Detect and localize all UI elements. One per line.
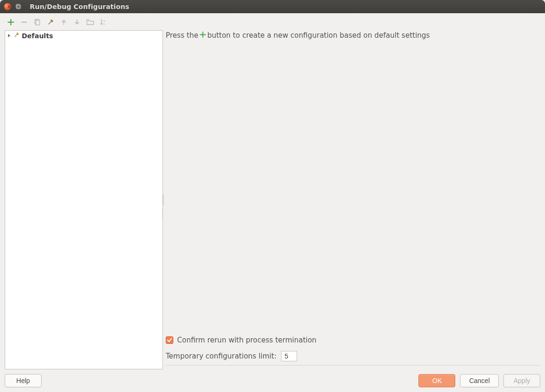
svg-rect-2: [36, 20, 40, 25]
hint-text-post: button to create a new configuration bas…: [207, 31, 430, 40]
dialog-footer: Help OK Cancel Apply: [5, 372, 540, 387]
apply-button[interactable]: Apply: [503, 374, 540, 387]
window-controls: [4, 3, 22, 10]
cancel-button[interactable]: Cancel: [460, 374, 499, 387]
hint-text-pre: Press the: [166, 31, 198, 40]
tree-item-label: Defaults: [22, 32, 53, 40]
add-icon: [200, 31, 206, 40]
tree-item-defaults[interactable]: Defaults: [5, 31, 162, 41]
arrow-up-icon[interactable]: [60, 18, 68, 26]
confirm-rerun-checkbox[interactable]: [166, 336, 173, 344]
ok-button[interactable]: OK: [418, 374, 455, 387]
remove-icon[interactable]: [20, 18, 28, 26]
sort-az-icon[interactable]: a z: [99, 18, 108, 26]
temp-limit-label: Temporary configurations limit:: [166, 352, 276, 360]
empty-hint: Press the button to create a new configu…: [166, 30, 540, 40]
run-debug-configurations-dialog: Run/Debug Configurations: [0, 0, 545, 392]
close-icon[interactable]: [4, 3, 11, 10]
configurations-tree[interactable]: Defaults: [5, 30, 163, 369]
splitter-handle[interactable]: [162, 194, 165, 206]
confirm-rerun-row: Confirm rerun with process termination: [166, 336, 540, 344]
minimize-icon[interactable]: [15, 3, 22, 10]
confirm-rerun-label: Confirm rerun with process termination: [177, 336, 316, 344]
help-button[interactable]: Help: [5, 374, 42, 387]
wrench-icon[interactable]: [46, 18, 55, 26]
body-row: Defaults Press the button to create a ne…: [5, 30, 540, 369]
flex-spacer: [166, 40, 540, 336]
arrow-down-icon[interactable]: [73, 18, 81, 26]
window-title: Run/Debug Configurations: [30, 3, 129, 10]
options-block: Confirm rerun with process termination T…: [166, 336, 540, 366]
svg-text:z: z: [103, 23, 105, 25]
svg-text:a: a: [103, 19, 105, 22]
folder-icon[interactable]: [86, 18, 94, 26]
toolbar: a z: [5, 17, 540, 27]
wrench-icon: [13, 32, 20, 40]
titlebar[interactable]: Run/Debug Configurations: [0, 0, 545, 13]
detail-panel: Press the button to create a new configu…: [166, 30, 540, 369]
content-area: a z Defaults: [0, 13, 545, 392]
svg-rect-0: [17, 5, 20, 8]
chevron-right-icon[interactable]: [7, 33, 11, 38]
add-icon[interactable]: [7, 18, 15, 26]
temp-limit-row: Temporary configurations limit:: [166, 351, 540, 361]
temp-limit-input[interactable]: [281, 351, 297, 361]
copy-icon[interactable]: [33, 18, 42, 26]
